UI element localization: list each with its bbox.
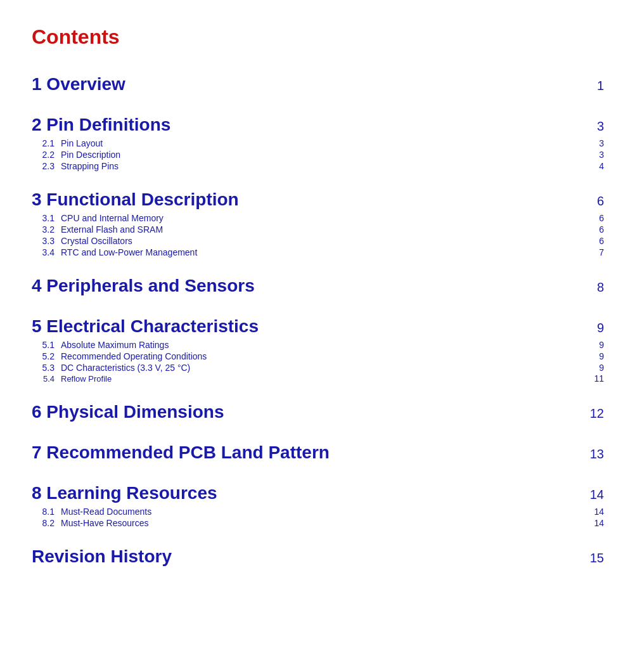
toc-sub-label-8-2: 8.2Must-Have Resources <box>32 518 594 528</box>
toc-chapter-entry-ch1[interactable]: 1 Overview1 <box>32 68 604 97</box>
toc-sub-page-3-4: 7 <box>599 247 604 257</box>
toc-chapter-entry-ch7[interactable]: 7 Recommended PCB Land Pattern13 <box>32 436 604 465</box>
toc-sub-entry-8-1[interactable]: 8.1Must-Read Documents14 <box>32 506 604 517</box>
toc-sub-entry-5-3[interactable]: 5.3DC Characteristics (3.3 V, 25 °C)9 <box>32 362 604 373</box>
toc-sub-label-5-3: 5.3DC Characteristics (3.3 V, 25 °C) <box>32 363 599 373</box>
toc-chapter-label-ch7: 7 Recommended PCB Land Pattern <box>32 443 590 463</box>
toc-sub-page-3-2: 6 <box>599 224 604 235</box>
toc-sub-entry-8-2[interactable]: 8.2Must-Have Resources14 <box>32 517 604 529</box>
toc-section-ch7: 7 Recommended PCB Land Pattern13 <box>32 436 604 465</box>
toc-sub-entry-3-1[interactable]: 3.1CPU and Internal Memory6 <box>32 212 604 224</box>
toc-sub-entry-5-4[interactable]: 5.4Reflow Profile11 <box>32 373 604 384</box>
toc-sub-label-2-2: 2.2Pin Description <box>32 150 599 160</box>
toc-chapter-page-ch1: 1 <box>597 79 604 93</box>
toc-sub-entry-5-1[interactable]: 5.1Absolute Maximum Ratings9 <box>32 339 604 351</box>
toc-chapter-page-revision: 15 <box>590 551 604 565</box>
toc-chapter-page-ch4: 8 <box>597 280 604 295</box>
toc-chapter-entry-ch8[interactable]: 8 Learning Resources14 <box>32 477 604 506</box>
toc-chapter-entry-ch4[interactable]: 4 Peripherals and Sensors8 <box>32 269 604 299</box>
toc-chapter-entry-ch5[interactable]: 5 Electrical Characteristics9 <box>32 310 604 339</box>
toc-chapter-page-ch2: 3 <box>597 119 604 134</box>
toc-chapter-label-revision: Revision History <box>32 546 590 567</box>
toc-sub-page-3-1: 6 <box>599 213 604 223</box>
page-title: Contents <box>32 25 604 49</box>
toc-chapter-label-ch2: 2 Pin Definitions <box>32 115 597 135</box>
toc-section-ch3: 3 Functional Description63.1CPU and Inte… <box>32 183 604 258</box>
toc-sub-label-5-4: 5.4Reflow Profile <box>32 374 594 384</box>
toc-chapter-page-ch7: 13 <box>590 447 604 462</box>
toc-section-revision: Revision History15 <box>32 540 604 569</box>
toc-sub-label-5-1: 5.1Absolute Maximum Ratings <box>32 340 599 350</box>
toc-section-ch2: 2 Pin Definitions32.1Pin Layout32.2Pin D… <box>32 108 604 172</box>
toc-sub-page-5-2: 9 <box>599 351 604 361</box>
toc-sub-page-2-2: 3 <box>599 150 604 160</box>
toc-chapter-label-ch1: 1 Overview <box>32 74 597 94</box>
toc-sub-label-3-4: 3.4RTC and Low-Power Management <box>32 247 599 257</box>
toc-sub-entry-3-4[interactable]: 3.4RTC and Low-Power Management7 <box>32 247 604 258</box>
toc-sub-label-3-1: 3.1CPU and Internal Memory <box>32 213 599 223</box>
toc-section-ch8: 8 Learning Resources148.1Must-Read Docum… <box>32 477 604 529</box>
toc-chapter-page-ch6: 12 <box>590 406 604 421</box>
toc-sub-entry-2-2[interactable]: 2.2Pin Description3 <box>32 149 604 160</box>
toc-sub-entry-3-2[interactable]: 3.2External Flash and SRAM6 <box>32 224 604 235</box>
toc-sub-entry-3-3[interactable]: 3.3Crystal Oscillators6 <box>32 235 604 247</box>
toc-chapter-label-ch8: 8 Learning Resources <box>32 483 590 503</box>
toc-section-ch4: 4 Peripherals and Sensors8 <box>32 269 604 299</box>
toc-chapter-page-ch3: 6 <box>597 194 604 209</box>
toc-sub-page-8-1: 14 <box>594 507 604 517</box>
toc-sub-page-2-3: 4 <box>599 161 604 171</box>
toc-sub-page-8-2: 14 <box>594 518 604 528</box>
table-of-contents: 1 Overview12 Pin Definitions32.1Pin Layo… <box>32 68 604 569</box>
toc-chapter-label-ch5: 5 Electrical Characteristics <box>32 316 597 337</box>
toc-sub-page-2-1: 3 <box>599 138 604 148</box>
toc-sub-entry-2-3[interactable]: 2.3Strapping Pins4 <box>32 160 604 172</box>
toc-chapter-page-ch8: 14 <box>590 488 604 502</box>
toc-sub-page-5-3: 9 <box>599 363 604 373</box>
toc-sub-entry-5-2[interactable]: 5.2Recommended Operating Conditions9 <box>32 351 604 362</box>
toc-chapter-page-ch5: 9 <box>597 321 604 335</box>
toc-chapter-entry-ch6[interactable]: 6 Physical Dimensions12 <box>32 396 604 425</box>
toc-sub-entry-2-1[interactable]: 2.1Pin Layout3 <box>32 138 604 149</box>
toc-sub-page-5-1: 9 <box>599 340 604 350</box>
toc-sub-label-2-1: 2.1Pin Layout <box>32 138 599 148</box>
toc-chapter-entry-revision[interactable]: Revision History15 <box>32 540 604 569</box>
toc-sub-label-2-3: 2.3Strapping Pins <box>32 161 599 171</box>
toc-chapter-entry-ch2[interactable]: 2 Pin Definitions3 <box>32 108 604 138</box>
toc-sub-label-8-1: 8.1Must-Read Documents <box>32 507 594 517</box>
toc-section-ch1: 1 Overview1 <box>32 68 604 97</box>
toc-sub-page-5-4: 11 <box>594 373 604 384</box>
toc-chapter-label-ch4: 4 Peripherals and Sensors <box>32 276 597 296</box>
toc-sub-label-3-2: 3.2External Flash and SRAM <box>32 224 599 235</box>
toc-chapter-entry-ch3[interactable]: 3 Functional Description6 <box>32 183 604 212</box>
toc-sub-label-3-3: 3.3Crystal Oscillators <box>32 236 599 246</box>
toc-sub-label-5-2: 5.2Recommended Operating Conditions <box>32 351 599 361</box>
toc-chapter-label-ch6: 6 Physical Dimensions <box>32 402 590 422</box>
toc-sub-page-3-3: 6 <box>599 236 604 246</box>
toc-section-ch6: 6 Physical Dimensions12 <box>32 396 604 425</box>
toc-section-ch5: 5 Electrical Characteristics95.1Absolute… <box>32 310 604 384</box>
toc-chapter-label-ch3: 3 Functional Description <box>32 190 597 210</box>
